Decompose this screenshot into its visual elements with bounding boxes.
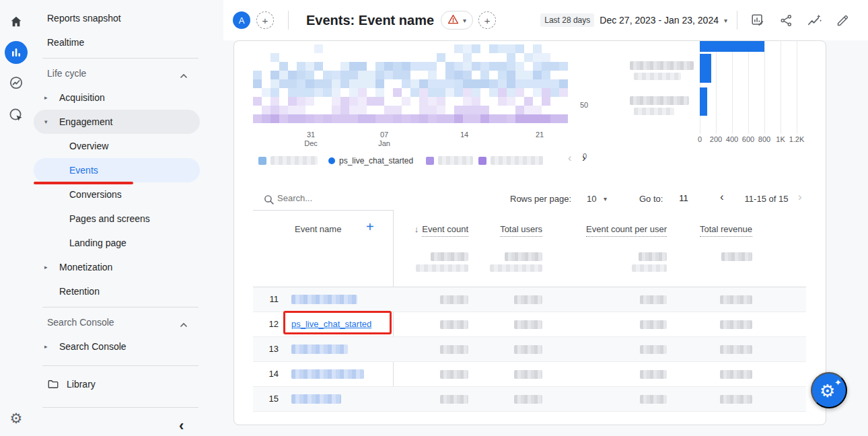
sidebar-divider (42, 58, 198, 59)
admin-gear-icon[interactable]: ⚙ (10, 410, 23, 427)
redacted-total (721, 252, 752, 261)
expand-right-icon: ▸ (44, 94, 48, 101)
column-header-event-name[interactable]: Event name (295, 224, 341, 234)
redacted-metric-value (720, 370, 752, 379)
previous-page-icon[interactable]: ‹ (720, 190, 724, 204)
redacted-legend-label (438, 156, 473, 165)
redacted-bar-sublabel (634, 108, 674, 115)
column-header-total-revenue[interactable]: Total revenue (700, 224, 752, 234)
collapse-up-icon[interactable] (180, 319, 188, 330)
redacted-total (639, 252, 667, 261)
y-axis-tick: 50 (580, 101, 588, 109)
legend-swatch (478, 157, 486, 165)
column-header-total-users[interactable]: Total users (500, 224, 542, 234)
event-name-link[interactable]: ps_live_chat_started (291, 319, 371, 329)
column-header-event-count-per-user[interactable]: Event count per user (586, 224, 667, 234)
add-column-icon[interactable]: + (366, 219, 374, 235)
events-report-card: 50 0 31Dec 07Jan 14 21 0 200 400 600 800… (233, 40, 826, 425)
sidebar-divider (42, 407, 198, 408)
folder-icon (47, 378, 59, 392)
pagination-range: 11-15 of 15 (733, 194, 800, 204)
table-header-row: Event name + ↓Event count Total users Ev… (253, 211, 806, 243)
account-avatar[interactable]: A (233, 11, 250, 29)
legend-prev-icon[interactable]: ‹ (568, 151, 572, 165)
row-number: 11 (253, 294, 279, 304)
advertising-icon[interactable] (7, 106, 26, 124)
redacted-metric-value (514, 295, 542, 304)
sidebar-item-conversions[interactable]: Conversions (34, 182, 200, 207)
rows-per-page-label: Rows per page: (510, 194, 571, 204)
chevron-down-icon[interactable]: ▾ (604, 195, 607, 203)
topbar-divider (737, 11, 737, 30)
redacted-total (505, 252, 542, 261)
expand-right-icon: ▸ (44, 343, 48, 350)
row-number: 12 (253, 319, 279, 329)
table-row: 12ps_live_chat_started (253, 312, 806, 337)
insights-icon[interactable] (806, 12, 822, 28)
sidebar-item-library[interactable]: Library (34, 372, 200, 396)
edit-report-icon[interactable] (750, 12, 766, 28)
redacted-metric-value (440, 395, 468, 404)
redacted-metric-value (640, 295, 667, 304)
column-header-event-count[interactable]: ↓Event count (414, 224, 468, 234)
sidebar-section-life-cycle[interactable]: Life cycle (34, 61, 200, 85)
sidebar-item-monetization[interactable]: ▸Monetization (34, 255, 200, 279)
sidebar-item-search-console[interactable]: ▸Search Console (34, 334, 200, 359)
redacted-metric-value (640, 345, 667, 354)
chevron-down-icon[interactable]: ▾ (724, 17, 727, 24)
redacted-legend-label (270, 156, 318, 165)
reports-sidebar: Reports snapshot Realtime Life cycle ▸Ac… (32, 0, 223, 436)
sidebar-item-engagement[interactable]: ▾Engagement (34, 110, 200, 134)
x-axis-tick: 14 (444, 131, 484, 139)
sidebar-item-retention[interactable]: Retention (34, 279, 200, 303)
sidebar-item-pages-and-screens[interactable]: Pages and screens (34, 207, 200, 231)
home-icon[interactable] (7, 12, 26, 31)
sidebar-item-overview[interactable]: Overview (34, 134, 200, 158)
collapse-up-icon[interactable] (180, 70, 188, 81)
redacted-legend-label (491, 156, 543, 165)
bar[interactable] (700, 40, 764, 52)
goto-page-input[interactable] (672, 190, 696, 206)
bar[interactable] (700, 87, 707, 116)
redacted-metric-value (440, 370, 468, 379)
redacted-metric-value (720, 345, 752, 354)
sparkle-icon: ✦ (834, 377, 842, 388)
table-search-input[interactable] (277, 190, 425, 206)
collapse-sidebar-icon[interactable]: ‹ (179, 417, 184, 435)
next-page-icon[interactable]: › (798, 190, 802, 204)
bar-gridline (764, 41, 765, 134)
bar[interactable] (700, 54, 711, 83)
legend-label-ps-live-chat-started[interactable]: ps_live_chat_started (339, 156, 413, 166)
redacted-metric-value (640, 320, 667, 329)
share-icon[interactable] (778, 12, 794, 28)
customize-report-fab[interactable]: ⚙ ✦ (811, 372, 847, 408)
sidebar-item-events[interactable]: Events (34, 158, 200, 182)
goto-label: Go to: (639, 194, 663, 204)
data-quality-warning-pill[interactable]: ▾ (441, 11, 473, 30)
warning-triangle-icon (447, 14, 459, 27)
add-metric-button[interactable]: + (478, 11, 496, 29)
sidebar-item-reports-snapshot[interactable]: Reports snapshot (34, 6, 200, 30)
sidebar-item-acquisition[interactable]: ▸Acquisition (34, 85, 200, 110)
edit-icon[interactable] (834, 12, 851, 28)
reports-icon[interactable] (5, 41, 28, 64)
legend-swatch (426, 157, 434, 165)
sidebar-section-search-console[interactable]: Search Console (34, 310, 200, 334)
legend-next-icon[interactable]: › (582, 151, 586, 165)
bar-gridline (748, 41, 749, 134)
gear-icon: ⚙ (820, 381, 835, 401)
date-range-text[interactable]: Dec 27, 2023 - Jan 23, 2024 (600, 15, 719, 26)
redacted-metric-value (440, 345, 468, 354)
explore-icon[interactable] (7, 73, 26, 92)
table-row: 15 (253, 387, 806, 412)
sidebar-item-landing-page[interactable]: Landing page (34, 231, 200, 255)
add-comparison-button[interactable]: + (256, 11, 274, 29)
redacted-metric-value (514, 320, 542, 329)
redacted-event-name (291, 369, 364, 379)
ga4-app: ⚙ Reports snapshot Realtime Life cycle ▸… (0, 0, 868, 436)
row-number: 15 (253, 394, 279, 404)
redacted-event-name (291, 344, 348, 354)
sidebar-item-realtime[interactable]: Realtime (34, 30, 200, 54)
bar-gridline (797, 41, 797, 134)
rows-per-page-value[interactable]: 10 (587, 194, 596, 204)
